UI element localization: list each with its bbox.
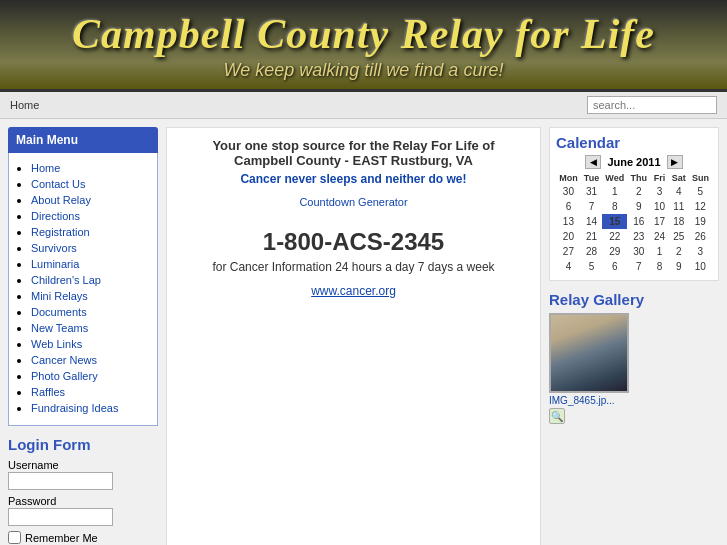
main-content: Your one stop source for the Relay For L…: [166, 127, 541, 545]
cal-day-cell: 9: [627, 199, 650, 214]
cal-day-cell: 25: [669, 229, 689, 244]
cal-day-cell: 27: [556, 244, 581, 259]
sidebar-nav-link[interactable]: Raffles: [31, 386, 65, 398]
login-form: Login Form Username Password Remember Me…: [8, 436, 158, 545]
sidebar-nav-link[interactable]: Fundraising Ideas: [31, 402, 118, 414]
password-input[interactable]: [8, 508, 113, 526]
gallery-img-inner: [551, 315, 627, 391]
cal-header-cell: Sun: [689, 172, 712, 184]
right-panel: Calendar ◀ June 2011 ▶ MonTueWedThuFriSa…: [549, 127, 719, 545]
calendar-grid: MonTueWedThuFriSatSun 303112345678910111…: [556, 172, 712, 274]
sidebar-nav-link[interactable]: Web Links: [31, 338, 82, 350]
cal-day-cell: 4: [669, 184, 689, 199]
cal-day-cell: 1: [602, 184, 627, 199]
cal-day-cell: 1: [650, 244, 669, 259]
cal-day-cell: 6: [556, 199, 581, 214]
remember-checkbox[interactable]: [8, 531, 21, 544]
cal-day-cell: 30: [627, 244, 650, 259]
search-input[interactable]: [587, 96, 717, 114]
password-label: Password: [8, 495, 158, 507]
cal-day-cell: 7: [627, 259, 650, 274]
cal-day-cell: 20: [556, 229, 581, 244]
calendar-box: Calendar ◀ June 2011 ▶ MonTueWedThuFriSa…: [549, 127, 719, 281]
cal-day-cell: 3: [650, 184, 669, 199]
cal-prev-button[interactable]: ◀: [585, 155, 601, 169]
cal-header-cell: Fri: [650, 172, 669, 184]
countdown-link[interactable]: Countdown Generator: [182, 196, 525, 208]
cal-day-cell: 16: [627, 214, 650, 229]
cal-day-cell: 29: [602, 244, 627, 259]
navbar: Home: [0, 92, 727, 119]
cal-day-cell: 17: [650, 214, 669, 229]
sidebar-nav-link[interactable]: New Teams: [31, 322, 88, 334]
cal-header-cell: Mon: [556, 172, 581, 184]
cal-day-cell: 2: [627, 184, 650, 199]
sidebar-nav: HomeContact UsAbout RelayDirectionsRegis…: [8, 153, 158, 426]
cal-header-cell: Tue: [581, 172, 602, 184]
cal-day-cell: 30: [556, 184, 581, 199]
hotline-number: 1-800-ACS-2345: [182, 228, 525, 256]
sidebar: Main Menu HomeContact UsAbout RelayDirec…: [8, 127, 158, 545]
cal-day-cell: 8: [602, 199, 627, 214]
sidebar-nav-link[interactable]: Home: [31, 162, 60, 174]
cal-day-cell: 24: [650, 229, 669, 244]
remember-label: Remember Me: [25, 532, 98, 544]
cal-day-cell: 21: [581, 229, 602, 244]
sidebar-menu-title: Main Menu: [8, 127, 158, 153]
cal-day-cell: 2: [669, 244, 689, 259]
cal-day-cell: 26: [689, 229, 712, 244]
main-container: Main Menu HomeContact UsAbout RelayDirec…: [0, 119, 727, 545]
sidebar-nav-link[interactable]: Registration: [31, 226, 90, 238]
cal-day-cell: 7: [581, 199, 602, 214]
gallery-image[interactable]: [549, 313, 629, 393]
username-label: Username: [8, 459, 158, 471]
sidebar-nav-link[interactable]: Survivors: [31, 242, 77, 254]
sidebar-nav-link[interactable]: Cancer News: [31, 354, 97, 366]
username-input[interactable]: [8, 472, 113, 490]
sidebar-nav-link[interactable]: Mini Relays: [31, 290, 88, 302]
sidebar-nav-link[interactable]: Luminaria: [31, 258, 79, 270]
calendar-nav: ◀ June 2011 ▶: [556, 155, 712, 169]
cal-day-cell: 10: [689, 259, 712, 274]
gallery-zoom[interactable]: 🔍: [549, 408, 565, 424]
cal-next-button[interactable]: ▶: [667, 155, 683, 169]
cal-day-cell: 31: [581, 184, 602, 199]
content-heading: Your one stop source for the Relay For L…: [182, 138, 525, 168]
cal-header-cell: Wed: [602, 172, 627, 184]
gallery-title: Relay Gallery: [549, 291, 719, 308]
cal-day-cell: 23: [627, 229, 650, 244]
cal-day-cell[interactable]: 15: [602, 214, 627, 229]
content-slogan: Cancer never sleeps and neither do we!: [182, 172, 525, 186]
page-header: Campbell County Relay for Life We keep w…: [0, 0, 727, 92]
cancer-org-link[interactable]: www.cancer.org: [311, 284, 396, 298]
cal-day-cell: 5: [689, 184, 712, 199]
hotline-sub: for Cancer Information 24 hours a day 7 …: [182, 260, 525, 274]
sidebar-nav-link[interactable]: Children's Lap: [31, 274, 101, 286]
cal-day-cell: 10: [650, 199, 669, 214]
cal-day-cell: 6: [602, 259, 627, 274]
sidebar-nav-link[interactable]: Documents: [31, 306, 87, 318]
cal-day-cell: 14: [581, 214, 602, 229]
cal-day-cell: 28: [581, 244, 602, 259]
cal-day-cell: 13: [556, 214, 581, 229]
zoom-icon: 🔍: [549, 408, 565, 424]
home-nav-link[interactable]: Home: [10, 99, 39, 111]
calendar-title: Calendar: [556, 134, 712, 151]
cal-day-cell: 22: [602, 229, 627, 244]
cal-day-cell: 8: [650, 259, 669, 274]
sidebar-nav-link[interactable]: Contact Us: [31, 178, 85, 190]
cal-day-cell: 11: [669, 199, 689, 214]
sidebar-nav-link[interactable]: Directions: [31, 210, 80, 222]
cal-day-cell: 12: [689, 199, 712, 214]
cal-day-cell: 9: [669, 259, 689, 274]
site-title: Campbell County Relay for Life: [0, 10, 727, 58]
sidebar-nav-link[interactable]: About Relay: [31, 194, 91, 206]
cal-day-cell: 5: [581, 259, 602, 274]
gallery-caption: IMG_8465.jp...: [549, 395, 719, 406]
cal-day-cell: 3: [689, 244, 712, 259]
cal-month-year: June 2011: [607, 156, 660, 168]
sidebar-nav-link[interactable]: Photo Gallery: [31, 370, 98, 382]
cal-day-cell: 18: [669, 214, 689, 229]
site-subtitle: We keep walking till we find a cure!: [0, 60, 727, 81]
cal-header-cell: Thu: [627, 172, 650, 184]
